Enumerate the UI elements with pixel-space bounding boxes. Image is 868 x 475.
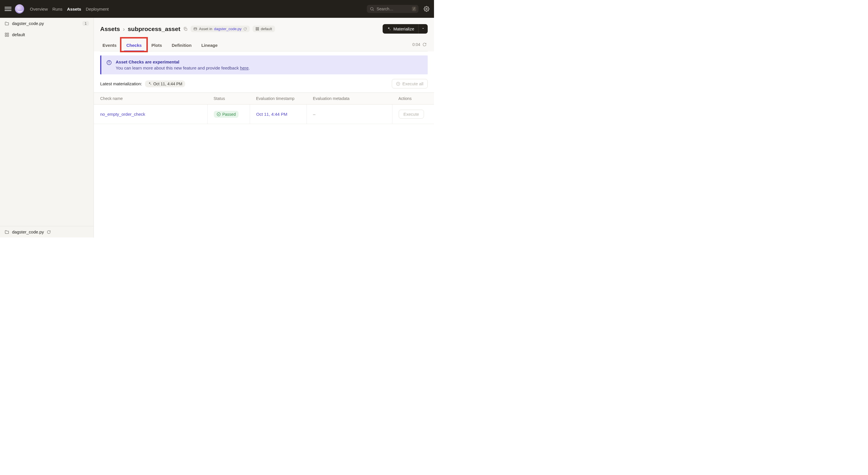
sidebar: dagster_code.py 1 default dagster_code.p… [0, 18, 94, 237]
asset-group-chip[interactable]: default [253, 26, 275, 32]
svg-rect-10 [256, 28, 257, 29]
asset-group-label: default [261, 27, 272, 31]
nav-deployment[interactable]: Deployment [86, 7, 109, 11]
asset-group-icon [5, 32, 9, 37]
copy-icon[interactable] [183, 27, 188, 31]
svg-rect-5 [5, 35, 7, 36]
eval-metadata-value: – [313, 112, 315, 117]
chevron-right-icon: › [123, 26, 125, 32]
sidebar-item-asset-group[interactable]: default [0, 29, 94, 40]
dagster-logo[interactable] [15, 4, 24, 13]
tab-events[interactable]: Events [100, 40, 119, 51]
sidebar-footer[interactable]: dagster_code.py [0, 226, 94, 237]
svg-rect-12 [256, 29, 257, 30]
gear-icon[interactable] [424, 6, 429, 12]
materialize-button[interactable]: Materialize [383, 24, 418, 34]
sidebar-item-label: default [12, 32, 25, 37]
col-eval-metadata: Evaluation metadata [307, 93, 392, 105]
asset-group-icon [255, 27, 259, 31]
sidebar-item-label: dagster_code.py [12, 21, 44, 26]
svg-rect-3 [5, 33, 7, 34]
svg-rect-8 [194, 28, 197, 30]
search-input[interactable]: Search… / [367, 5, 418, 13]
refresh-icon[interactable] [243, 27, 247, 31]
svg-point-16 [109, 61, 110, 62]
banner-title: Asset Checks are experimental [116, 59, 250, 64]
col-actions: Actions [392, 93, 434, 105]
materialization-chip[interactable]: Oct 11, 4:44 PM [145, 81, 185, 87]
breadcrumb: Assets › subprocess_asset [100, 26, 188, 32]
svg-line-1 [373, 10, 374, 11]
hamburger-icon[interactable] [5, 5, 11, 12]
banner-feedback-link[interactable]: here [240, 65, 249, 70]
svg-rect-11 [257, 28, 259, 29]
banner-body: You can learn more about this new featur… [116, 65, 250, 70]
sidebar-item-code-location[interactable]: dagster_code.py 1 [0, 18, 94, 29]
tabs: Events Checks Plots Definition Lineage 0… [100, 40, 428, 51]
folder-icon [5, 21, 9, 26]
table-row: no_empty_order_check Passed Oct 11, 4:44… [94, 105, 434, 124]
reload-icon[interactable] [47, 230, 51, 234]
col-status: Status [207, 93, 250, 105]
refresh-timer: 0:04 [412, 42, 420, 47]
experimental-banner: Asset Checks are experimental You can le… [100, 55, 428, 75]
svg-rect-7 [185, 28, 187, 30]
asset-in-chip[interactable]: Asset in dagster_code.py [191, 26, 249, 32]
code-location-icon [193, 27, 197, 31]
search-placeholder: Search… [377, 7, 412, 11]
nav-assets[interactable]: Assets [67, 7, 81, 11]
materialize-button-group: Materialize [383, 24, 428, 34]
page-header: Assets › subprocess_asset Asset in dagst… [94, 18, 434, 51]
svg-rect-6 [7, 35, 9, 36]
execute-all-button[interactable]: Execute all [392, 79, 428, 88]
execute-check-button[interactable]: Execute [399, 110, 424, 119]
nav-runs[interactable]: Runs [53, 7, 63, 11]
svg-rect-13 [257, 29, 259, 30]
materialization-row: Latest materialization: Oct 11, 4:44 PM … [94, 75, 434, 92]
sparkle-icon [386, 27, 391, 31]
tab-definition[interactable]: Definition [169, 40, 194, 51]
sparkle-icon [148, 82, 152, 86]
search-shortcut-badge: / [412, 7, 416, 11]
sidebar-footer-label: dagster_code.py [12, 230, 44, 234]
table-header-row: Check name Status Evaluation timestamp E… [94, 93, 434, 105]
folder-icon [5, 230, 9, 234]
tab-lineage[interactable]: Lineage [199, 40, 220, 51]
asset-in-prefix: Asset in [199, 27, 212, 31]
sidebar-item-badge: 1 [82, 21, 89, 26]
svg-point-0 [371, 7, 373, 10]
chevron-down-icon [422, 27, 425, 30]
check-name-link[interactable]: no_empty_order_check [100, 112, 145, 117]
checks-table: Check name Status Evaluation timestamp E… [94, 92, 434, 124]
nav-links: Overview Runs Assets Deployment [30, 7, 109, 11]
refresh-icon[interactable] [423, 42, 427, 47]
materialize-dropdown-button[interactable] [418, 24, 428, 34]
breadcrumb-asset-name: subprocess_asset [128, 26, 180, 32]
status-badge: Passed [214, 111, 239, 118]
main-content: Assets › subprocess_asset Asset in dagst… [94, 18, 434, 237]
breadcrumb-root[interactable]: Assets [100, 26, 120, 32]
col-eval-timestamp: Evaluation timestamp [250, 93, 307, 105]
tab-plots[interactable]: Plots [149, 40, 164, 51]
eval-timestamp-link[interactable]: Oct 11, 4:44 PM [256, 112, 287, 117]
svg-point-18 [217, 113, 220, 116]
info-icon [106, 60, 112, 65]
search-icon [370, 7, 374, 11]
svg-rect-4 [7, 33, 9, 34]
tab-checks[interactable]: Checks [124, 40, 144, 51]
asset-in-link: dagster_code.py [214, 27, 241, 31]
col-check-name: Check name [94, 93, 207, 105]
top-nav: Overview Runs Assets Deployment Search… … [0, 0, 434, 18]
play-icon [396, 82, 400, 86]
materialization-label: Latest materialization: [100, 81, 142, 86]
check-circle-icon [217, 112, 221, 116]
svg-point-2 [426, 8, 427, 10]
nav-overview[interactable]: Overview [30, 7, 48, 11]
